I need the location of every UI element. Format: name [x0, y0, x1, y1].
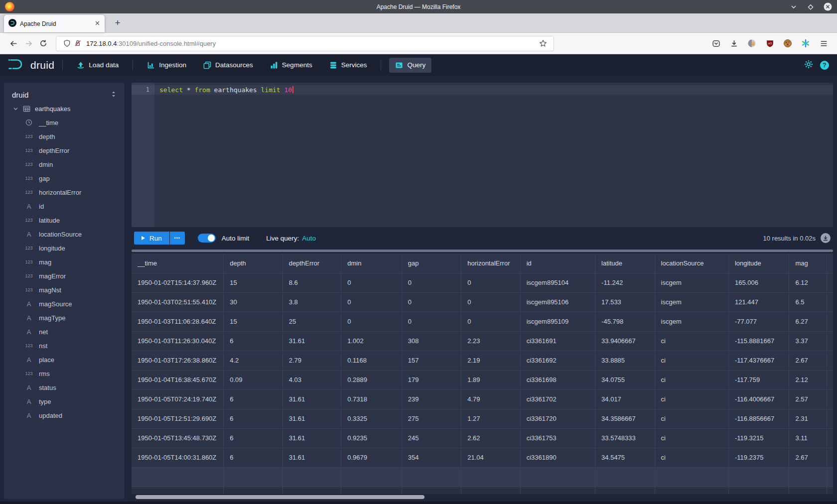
table-cell[interactable]: ci [655, 448, 729, 467]
table-cell[interactable]: 245 [402, 429, 462, 448]
table-cell[interactable]: ci3361890 [521, 448, 595, 467]
table-cell[interactable]: 0.1168 [341, 351, 402, 370]
schema-column-net[interactable]: Anet [4, 325, 125, 339]
table-cell[interactable]: 3.37 [789, 332, 827, 351]
table-cell[interactable]: iscgem [655, 273, 729, 292]
table-cell[interactable]: 15 [224, 273, 283, 292]
minimize-icon[interactable] [789, 2, 798, 11]
table-cell[interactable]: 25 [283, 312, 342, 331]
table-cell[interactable]: 6 [224, 409, 283, 428]
schema-column-rms[interactable]: 123rms [4, 367, 125, 380]
auto-limit-toggle[interactable] [198, 234, 216, 243]
table-cell[interactable]: 0 [461, 312, 521, 331]
schema-column-magError[interactable]: 123magError [4, 269, 125, 283]
schema-column-locationSource[interactable]: AlocationSource [4, 227, 125, 241]
menu-icon[interactable] [816, 36, 831, 51]
column-header-longitude[interactable]: longitude [729, 253, 790, 273]
downloads-icon[interactable] [726, 36, 741, 51]
schema-table-earthquakes[interactable]: earthquakes [4, 102, 125, 116]
table-cell[interactable]: 2.12 [789, 371, 827, 389]
extension-lock-icon[interactable] [744, 36, 759, 51]
table-cell[interactable]: ci [655, 429, 729, 448]
table-cell[interactable]: 1.002 [341, 332, 402, 351]
table-cell[interactable]: -119.3215 [729, 429, 790, 448]
schema-column-__time[interactable]: __time [4, 116, 125, 129]
table-cell[interactable]: iscgem [655, 312, 729, 331]
close-icon[interactable] [823, 2, 832, 11]
table-cell[interactable]: 0.2889 [341, 371, 402, 389]
table-cell[interactable]: 1.89 [461, 371, 521, 389]
horizontal-scrollbar[interactable] [132, 495, 833, 499]
bookmark-star-icon[interactable] [538, 38, 549, 49]
schema-column-magType[interactable]: AmagType [4, 311, 125, 325]
column-header-dmin[interactable]: dmin [341, 253, 402, 273]
table-cell[interactable]: iscgem895109 [521, 312, 595, 331]
table-cell[interactable]: 6.5 [789, 293, 827, 312]
table-cell[interactable]: -119.2375 [729, 448, 790, 467]
browser-tab[interactable]: Apache Druid [4, 15, 105, 32]
sql-editor[interactable]: 1 select * from earthquakes limit 10 [132, 83, 833, 227]
table-cell[interactable]: ci3361702 [521, 390, 595, 409]
table-cell[interactable]: ci [655, 332, 729, 351]
table-cell[interactable]: 165.006 [729, 273, 790, 292]
extension-star-icon[interactable] [798, 36, 813, 51]
table-cell[interactable]: ci [655, 371, 729, 389]
settings-gear-icon[interactable] [804, 60, 813, 71]
column-header-__time[interactable]: __time [132, 253, 224, 273]
table-cell[interactable]: 4.79 [461, 390, 521, 409]
table-cell[interactable]: ci3361698 [521, 371, 595, 389]
column-header-horizontalError[interactable]: horizontalError [461, 253, 521, 273]
live-query-value[interactable]: Auto [302, 235, 316, 242]
schema-column-mag[interactable]: 123mag [4, 255, 125, 269]
url-bar[interactable]: 172.18.0.4:30109/unified-console.html#qu… [56, 36, 554, 51]
column-header-id[interactable]: id [521, 253, 595, 273]
table-cell[interactable]: 2.62 [461, 429, 521, 448]
table-cell[interactable]: ci [655, 409, 729, 428]
reload-icon[interactable] [36, 36, 51, 51]
schema-column-type[interactable]: Atype [4, 394, 125, 408]
table-cell[interactable]: -115.8881667 [729, 332, 790, 351]
schema-column-updated[interactable]: Aupdated [4, 408, 125, 422]
shield-icon[interactable] [61, 38, 72, 49]
table-cell[interactable]: 0 [341, 273, 402, 292]
table-cell[interactable]: iscgem895104 [521, 273, 595, 292]
druid-brand[interactable]: druid [8, 58, 54, 73]
table-cell[interactable]: 308 [402, 332, 462, 351]
table-cell[interactable]: 1950-01-03T17:26:38.860Z [132, 351, 224, 370]
nav-item-segments[interactable]: Segments [264, 58, 318, 73]
table-cell[interactable]: 17.533 [595, 293, 655, 312]
table-cell[interactable]: 354 [402, 448, 462, 467]
table-cell[interactable]: 0 [402, 312, 462, 331]
table-cell[interactable]: 157 [402, 351, 462, 370]
schema-column-gap[interactable]: 123gap [4, 171, 125, 185]
table-cell[interactable]: 0 [341, 293, 402, 312]
table-cell[interactable]: 6.27 [789, 312, 827, 331]
nav-item-ingestion[interactable]: Ingestion [141, 58, 192, 73]
schema-column-horizontalError[interactable]: 123horizontalError [4, 185, 125, 199]
table-cell[interactable]: 8.6 [283, 273, 342, 292]
table-cell[interactable]: 1950-01-05T14:00:31.860Z [132, 448, 224, 467]
table-cell[interactable]: -116.8856667 [729, 409, 790, 428]
schema-column-longitude[interactable]: 123longitude [4, 241, 125, 255]
table-cell[interactable] [827, 390, 833, 409]
table-cell[interactable]: 30 [224, 293, 283, 312]
insecure-lock-icon[interactable] [72, 38, 83, 49]
table-cell[interactable]: 1.27 [461, 409, 521, 428]
table-cell[interactable]: 2.79 [283, 351, 342, 370]
table-cell[interactable]: 275 [402, 409, 462, 428]
cookie-extension-icon[interactable] [780, 36, 795, 51]
column-header-latitude[interactable]: latitude [595, 253, 655, 273]
table-cell[interactable]: -117.759 [729, 371, 790, 389]
table-cell[interactable] [827, 409, 833, 428]
sql-query-line[interactable]: select * from earthquakes limit 10 [154, 85, 833, 95]
table-cell[interactable]: 0 [461, 273, 521, 292]
table-cell[interactable]: iscgem895106 [521, 293, 595, 312]
table-cell[interactable]: 2.67 [789, 448, 827, 467]
scrollbar-thumb[interactable] [136, 495, 424, 499]
schema-column-id[interactable]: Aid [4, 199, 125, 213]
table-cell[interactable]: ci3361691 [521, 332, 595, 351]
schema-column-magSource[interactable]: AmagSource [4, 297, 125, 311]
table-cell[interactable]: 179 [402, 371, 462, 389]
forward-icon[interactable] [21, 36, 36, 51]
new-tab-button[interactable]: + [110, 15, 126, 31]
